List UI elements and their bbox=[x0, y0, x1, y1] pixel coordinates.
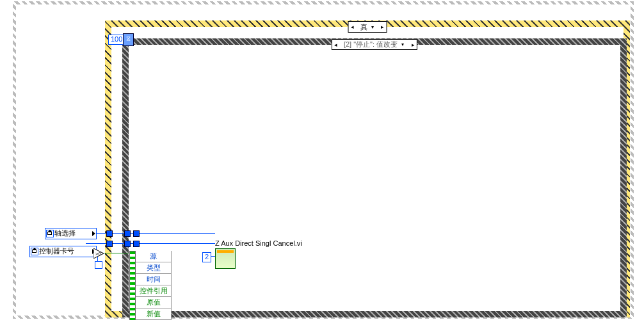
case-prev[interactable]: ◂ bbox=[349, 24, 357, 30]
event-dropdown-icon[interactable]: ▾ bbox=[401, 42, 409, 47]
event-field[interactable]: 原值 bbox=[135, 297, 172, 308]
case-selector[interactable]: ◂ 真 ▾ ▸ bbox=[348, 21, 387, 33]
event-prev[interactable]: ◂ bbox=[332, 42, 340, 48]
local-var-card-label: 控制器卡号 bbox=[39, 247, 74, 255]
wire-boolean bbox=[104, 253, 129, 253]
case-selector-value: 真 bbox=[357, 22, 371, 32]
event-structure: ◂ [2] "停止": 值改变 ▾ ▸ bbox=[122, 38, 627, 317]
tunnel bbox=[124, 241, 131, 247]
tunnel bbox=[106, 241, 113, 247]
local-var-card[interactable]: 控制器卡号 bbox=[29, 246, 97, 257]
wire bbox=[86, 243, 215, 244]
tunnel bbox=[133, 241, 140, 247]
compare-ge-node: >0 bbox=[93, 248, 104, 259]
case-dropdown-icon[interactable]: ▾ bbox=[371, 24, 379, 30]
event-field[interactable]: 类型 bbox=[135, 262, 172, 274]
chevron-right-icon bbox=[92, 231, 95, 236]
house-icon bbox=[32, 248, 36, 253]
local-var-axis-label: 轴选择 bbox=[54, 229, 76, 237]
event-selector[interactable]: ◂ [2] "停止": 值改变 ▾ ▸ bbox=[332, 39, 417, 50]
tunnel bbox=[124, 230, 131, 237]
house-icon bbox=[47, 230, 52, 235]
event-field[interactable]: 时间 bbox=[135, 274, 172, 285]
subvi-constant[interactable]: 2 bbox=[202, 252, 211, 262]
event-selector-value: [2] "停止": 值改变 bbox=[340, 40, 401, 49]
wire bbox=[86, 233, 215, 234]
svg-text:>0: >0 bbox=[95, 251, 102, 257]
event-next[interactable]: ▸ bbox=[409, 42, 417, 48]
subvi-label: Z Aux Direct Singl Cancel.vi bbox=[215, 239, 302, 247]
event-data-header-icon bbox=[129, 251, 136, 320]
subvi-node[interactable] bbox=[215, 248, 236, 269]
event-field[interactable]: 新值 bbox=[135, 308, 172, 320]
ge-constant[interactable] bbox=[95, 261, 102, 269]
local-var-axis[interactable]: 轴选择 bbox=[45, 228, 97, 239]
case-next[interactable]: ▸ bbox=[379, 24, 387, 30]
event-data-node: 源 类型 时间 控件引用 原值 新值 bbox=[135, 251, 172, 320]
timeout-node-icon: ⧖ bbox=[123, 33, 134, 46]
tunnel bbox=[106, 230, 113, 237]
event-field[interactable]: 控件引用 bbox=[135, 285, 172, 297]
subvi-banner bbox=[217, 250, 234, 253]
event-field[interactable]: 源 bbox=[135, 251, 172, 262]
tunnel bbox=[133, 230, 140, 237]
